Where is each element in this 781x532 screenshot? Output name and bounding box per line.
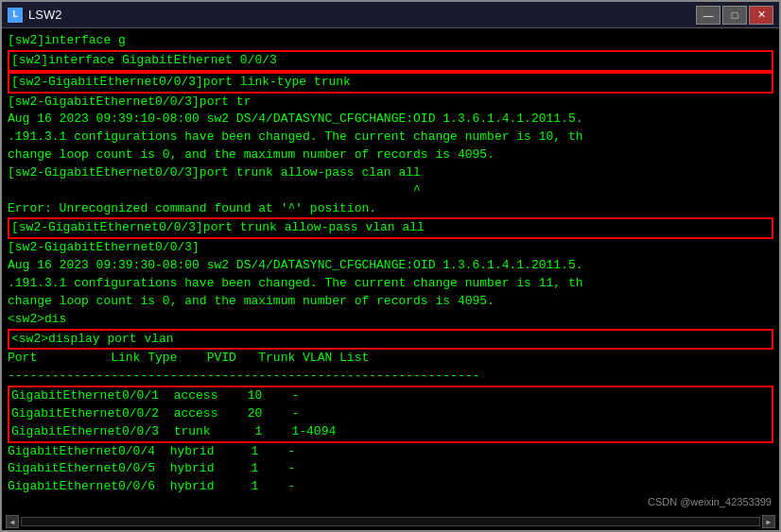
line-4: [sw2-GigabitEthernet0/0/3]port tr — [8, 94, 773, 112]
line-12: [sw2-GigabitEthernet0/0/3] — [8, 239, 773, 257]
close-button[interactable]: ✕ — [749, 6, 773, 25]
title-bar: L LSW2 — □ ✕ — [2, 2, 779, 28]
line-19: ----------------------------------------… — [8, 368, 773, 386]
maximize-button[interactable]: □ — [722, 6, 747, 25]
bottom-scrollbar[interactable]: ◀ ▶ — [2, 513, 779, 530]
line-18: Port Link Type PVID Trunk VLAN List — [8, 350, 773, 368]
highlight-table-rows: GigabitEthernet0/0/1 access 10 - Gigabit… — [8, 386, 773, 443]
terminal-area[interactable]: [sw2]interface g [sw2]interface GigabitE… — [2, 28, 779, 513]
line-25: GigabitEthernet0/0/6 hybrid 1 - — [8, 478, 773, 496]
line-20: GigabitEthernet0/0/1 access 10 - — [11, 387, 770, 405]
scroll-left-icon[interactable]: ◀ — [6, 515, 19, 528]
line-8: [sw2-GigabitEthernet0/0/3]port trunk all… — [8, 164, 773, 182]
line-6: .191.3.1 configurations have been change… — [8, 129, 773, 146]
window-icon: L — [8, 8, 23, 23]
line-13: Aug 16 2023 09:39:30-08:00 sw2 DS/4/DATA… — [8, 257, 773, 275]
line-11: [sw2-GigabitEthernet0/0/3]port trunk all… — [11, 220, 425, 234]
line-24: GigabitEthernet0/0/5 hybrid 1 - — [8, 460, 773, 478]
line-23: GigabitEthernet0/0/4 hybrid 1 - — [8, 443, 773, 461]
highlight-port-link-type: [sw2-GigabitEthernet0/0/3]port link-type… — [8, 72, 773, 94]
line-1: [sw2]interface g — [8, 32, 773, 50]
watermark: CSDN @weixin_42353399 — [648, 495, 772, 509]
highlight-interface-gigabit: [sw2]interface GigabitEthernet 0/0/3 — [8, 50, 773, 72]
scroll-right-icon[interactable]: ▶ — [762, 515, 775, 528]
window-title: LSW2 — [28, 8, 696, 22]
line-3: [sw2-GigabitEthernet0/0/3]port link-type… — [11, 75, 351, 89]
line-17: <sw2>display port vlan — [11, 332, 174, 346]
line-14: .191.3.1 configurations have been change… — [8, 275, 773, 293]
highlight-display-port-vlan: <sw2>display port vlan — [8, 329, 773, 351]
line-16: <sw2>dis — [8, 311, 773, 329]
line-10: Error: Unrecognized command found at '^'… — [8, 200, 773, 218]
line-21: GigabitEthernet0/0/2 access 20 - — [11, 405, 770, 423]
line-9: ^ — [8, 182, 773, 200]
highlight-port-trunk-vlan: [sw2-GigabitEthernet0/0/3]port trunk all… — [8, 217, 773, 239]
main-window: L LSW2 — □ ✕ [sw2]interface g [sw2]inter… — [0, 0, 781, 532]
title-buttons: — □ ✕ — [696, 6, 773, 25]
line-7: change loop count is 0, and the maximum … — [8, 146, 773, 164]
line-15: change loop count is 0, and the maximum … — [8, 293, 773, 311]
line-22: GigabitEthernet0/0/3 trunk 1 1-4094 — [11, 423, 770, 441]
line-2: [sw2]interface GigabitEthernet 0/0/3 — [11, 53, 277, 67]
minimize-button[interactable]: — — [696, 6, 720, 25]
line-5: Aug 16 2023 09:39:10-08:00 sw2 DS/4/DATA… — [8, 111, 773, 129]
